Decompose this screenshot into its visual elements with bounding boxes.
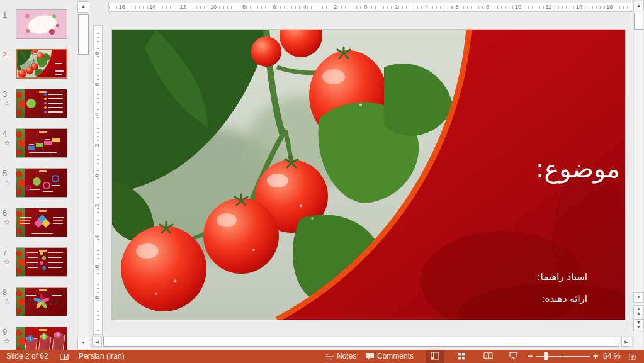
thumbnail-scroll-up-button[interactable]: ▲	[77, 1, 89, 13]
mini-slide-preview: 123	[16, 327, 67, 350]
mini-card-number: 1	[27, 335, 33, 342]
slide-counter[interactable]: Slide 2 of 62	[6, 350, 48, 363]
vertical-scrollbar-thumb[interactable]	[634, 13, 643, 30]
comments-button[interactable]: Comments	[377, 350, 414, 363]
mini-step-box	[28, 146, 35, 150]
ruler-number: 2	[333, 4, 337, 10]
slide-number: 3	[3, 89, 13, 99]
mini-text-line	[28, 267, 38, 268]
proofing-icon[interactable]	[60, 352, 69, 363]
ruler-number: 10	[514, 4, 522, 10]
mini-text-line	[20, 223, 30, 224]
mini-text-line	[31, 155, 54, 155]
scroll-left-button[interactable]: ◀	[92, 337, 102, 347]
scroll-right-button[interactable]: ▶	[621, 337, 631, 347]
presenter-textbox[interactable]: ارائه دهنده:	[542, 293, 587, 304]
notes-button[interactable]: Notes	[337, 350, 356, 363]
mini-shape	[43, 182, 50, 189]
slide-title-textbox[interactable]: موضوع:	[536, 153, 620, 184]
ruler-number: 2	[94, 143, 100, 147]
scroll-up-button[interactable]: ▲	[633, 1, 644, 11]
slide-thumbnail-7[interactable]	[16, 247, 67, 277]
zoom-in-button[interactable]: +	[593, 350, 598, 363]
ruler-number: 16	[118, 4, 126, 10]
slide-number: 5	[3, 169, 13, 178]
thumbnail-scrollbar-thumb[interactable]	[78, 14, 89, 55]
slide-thumbnail-1[interactable]	[16, 9, 67, 39]
slide-thumbnail-4[interactable]	[16, 128, 67, 158]
animation-star-icon: ☆	[4, 298, 10, 306]
slide-thumbnail-row: 7☆	[0, 247, 77, 285]
advisor-textbox[interactable]: استاد راهنما:	[538, 271, 587, 282]
mini-card-number: 3	[55, 332, 61, 338]
mini-text-line	[26, 252, 38, 253]
ruler-number: 4	[94, 113, 100, 117]
animation-star-icon: ☆	[4, 139, 10, 147]
slide-thumbnail-3[interactable]	[16, 89, 67, 118]
notes-icon	[325, 352, 334, 363]
mini-text-line	[55, 63, 62, 64]
language-status[interactable]: Persian (Iran)	[79, 350, 125, 363]
zoom-slider-thumb[interactable]	[544, 352, 548, 360]
ruler-number: 12	[179, 4, 187, 10]
slide-thumbnail-row: 1	[0, 9, 77, 47]
slide-thumbnail-6[interactable]	[16, 208, 67, 237]
fit-to-window-icon	[628, 352, 638, 361]
slide-thumbnail-9[interactable]: 123	[16, 327, 67, 350]
mini-title	[39, 289, 47, 291]
mini-shape	[56, 24, 59, 27]
animation-star-icon: ☆	[4, 218, 10, 226]
slide-thumbnail-row: 4☆	[0, 128, 77, 166]
mini-text-line	[20, 220, 30, 221]
mini-slide-preview	[16, 208, 67, 237]
mini-photo-strip	[16, 129, 25, 157]
animation-star-icon: ☆	[4, 99, 10, 108]
mini-photo-strip	[16, 89, 25, 118]
mini-step-box	[36, 143, 43, 147]
thumbnail-scroll-down-button[interactable]: ▼	[77, 338, 89, 349]
slide-thumbnail-8[interactable]	[16, 287, 67, 316]
next-slide-button[interactable]: ▼▼	[633, 319, 644, 330]
mini-shape	[44, 111, 47, 113]
slideshow-view-button[interactable]	[504, 350, 523, 363]
mini-step-box	[52, 138, 60, 142]
animation-star-icon: ☆	[4, 179, 10, 187]
mini-photo-strip	[16, 327, 25, 350]
slide-number: 7	[3, 248, 13, 257]
mini-text-line	[48, 111, 63, 113]
previous-slide-button[interactable]: ▲▲	[633, 305, 644, 316]
mini-shape	[44, 102, 47, 104]
slide-thumbnail-2[interactable]	[16, 49, 67, 79]
mini-text-line	[52, 299, 60, 299]
mini-photo-strip	[16, 248, 25, 276]
slide-thumbnail-5[interactable]	[16, 168, 67, 198]
mini-text-line	[48, 267, 62, 268]
mini-text-line	[48, 257, 62, 258]
slide-canvas[interactable]: موضوع: استاد راهنما: ارائه دهنده:	[112, 30, 625, 320]
slide-thumbnail-row: 2	[0, 49, 77, 87]
ruler-number: 0	[363, 4, 368, 10]
ruler-number: 14	[149, 4, 156, 10]
mini-shape	[52, 14, 56, 18]
mini-shape	[26, 99, 36, 108]
slide-sorter-view-button[interactable]	[452, 350, 471, 363]
ruler-number: 12	[545, 4, 552, 10]
horizontal-scrollbar-thumb[interactable]	[103, 337, 619, 347]
normal-view-button[interactable]	[426, 350, 444, 363]
mini-text-line	[55, 70, 64, 72]
fit-to-window-button[interactable]	[628, 352, 638, 363]
scroll-down-button[interactable]: ▼	[633, 292, 644, 303]
reading-view-button[interactable]	[478, 350, 497, 363]
mini-title	[39, 131, 47, 133]
ruler-number: 8	[94, 295, 100, 299]
zoom-out-button[interactable]: −	[528, 350, 533, 363]
mini-shape	[40, 251, 43, 255]
mini-text-line	[48, 94, 63, 95]
slide-number: 8	[3, 288, 13, 297]
mini-text-line	[48, 107, 63, 108]
ruler-number: 2	[394, 4, 398, 10]
zoom-level[interactable]: 64 %	[603, 350, 620, 363]
mini-text-line	[20, 217, 31, 218]
slide-thumbnail-row: 5☆	[0, 168, 77, 206]
mini-shape	[40, 261, 43, 265]
